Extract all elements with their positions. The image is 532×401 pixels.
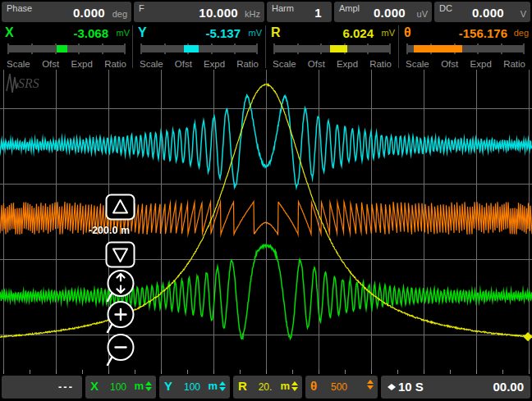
spinner-updown-icon[interactable] <box>367 380 374 390</box>
spinner-updown-icon[interactable] <box>145 381 152 391</box>
scale-r-value: 20. <box>255 381 276 393</box>
harmonic-field[interactable]: Harm 1 <box>267 2 332 22</box>
channel-x-value: -3.068 <box>73 26 108 40</box>
channel-panel-y[interactable]: Y -5.137 mV Scale Ofst Expd Ratio <box>134 25 264 69</box>
channel-r-scale-button[interactable]: Scale <box>273 59 296 69</box>
cursor-readout-box[interactable]: --- <box>2 376 82 399</box>
channel-panel-x[interactable]: X -3.068 mV Scale Ofst Expd Ratio <box>1 25 132 69</box>
channel-y-expd-button[interactable]: Expd <box>204 59 225 69</box>
meter-tick <box>164 43 166 54</box>
channel-theta-scale-button[interactable]: Scale <box>406 59 429 69</box>
scale-x-unit-text: m <box>134 380 144 392</box>
spinner-updown-icon[interactable] <box>219 381 226 391</box>
dc-offset-field[interactable]: DC 0.000 V <box>434 2 530 22</box>
dc-offset-label: DC <box>439 3 452 13</box>
phase-unit: deg <box>112 9 127 19</box>
meter-tick <box>273 43 275 54</box>
zoom-in-icon <box>105 300 137 335</box>
channel-y-scale-button[interactable]: Scale <box>140 59 163 69</box>
scale-y-value: 100 <box>181 381 204 393</box>
frequency-label: F <box>139 3 144 13</box>
phase-field[interactable]: Phase 0.000 deg <box>2 2 131 22</box>
pan-up-icon <box>105 194 135 221</box>
harmonic-label: Harm <box>272 3 294 13</box>
scale-box-theta[interactable]: θ 500 <box>305 376 378 399</box>
channel-r-meter[interactable] <box>273 45 391 52</box>
scale-r-name: R <box>238 379 247 393</box>
channel-x-scale-button[interactable]: Scale <box>7 59 30 69</box>
channel-x-ofst-button[interactable]: Ofst <box>42 59 59 69</box>
channel-theta-ofst-button[interactable]: Ofst <box>441 59 458 69</box>
channel-y-ratio-button[interactable]: Ratio <box>236 59 259 69</box>
timebase-value: 10 S <box>398 380 424 394</box>
meter-tick <box>477 43 479 54</box>
channel-y-meter[interactable] <box>140 45 258 52</box>
channel-r-ofst-button[interactable]: Ofst <box>308 59 325 69</box>
channel-y-menu: Scale Ofst Expd Ratio <box>140 59 259 69</box>
channel-y-ofst-button[interactable]: Ofst <box>175 59 192 69</box>
phase-value: 0.000 <box>73 6 105 20</box>
scale-y-name: Y <box>164 379 172 393</box>
meter-tick <box>55 43 57 54</box>
zoom-out-button[interactable] <box>105 333 137 368</box>
scale-box-x[interactable]: X 100 m <box>85 376 156 399</box>
timebase-label: 10 S <box>388 380 424 394</box>
dc-offset-value: 0.000 <box>472 6 504 20</box>
frequency-field[interactable]: F 10.000 kHz <box>134 2 264 22</box>
srs-logo-text: SRS <box>18 76 39 90</box>
channel-x-ratio-button[interactable]: Ratio <box>104 59 126 69</box>
meter-tick <box>78 43 80 54</box>
timebase-box[interactable]: 10 S 00.00 <box>381 376 530 399</box>
scale-readout: -200.0 m <box>89 225 130 236</box>
channel-theta-ratio-button[interactable]: Ratio <box>503 59 525 69</box>
meter-tick <box>31 43 33 54</box>
zoom-in-button[interactable] <box>105 300 137 335</box>
pan-down-button[interactable] <box>105 241 135 268</box>
channel-x-expd-button[interactable]: Expd <box>71 59 93 69</box>
channel-x-meter[interactable] <box>7 45 126 52</box>
amplitude-field[interactable]: Ampl 0.000 uV <box>334 2 432 22</box>
spinner-updown-icon[interactable] <box>291 381 298 391</box>
channel-r-menu: Scale Ofst Expd Ratio <box>273 59 392 69</box>
scale-y-unit-text: m <box>208 380 218 392</box>
channel-r-value: 6.024 <box>342 26 374 40</box>
scale-theta-unit <box>365 380 374 390</box>
scale-x-unit: m <box>134 380 152 392</box>
channel-theta-meter[interactable] <box>406 45 525 52</box>
scale-box-y[interactable]: Y 100 m <box>159 376 230 399</box>
channel-theta-menu: Scale Ofst Expd Ratio <box>406 59 525 69</box>
meter-tick <box>124 43 126 54</box>
cursor-readout: --- <box>58 380 74 393</box>
channel-x-name: X <box>5 25 14 40</box>
channel-r-meter-indicator <box>330 45 347 52</box>
channel-theta-expd-button[interactable]: Expd <box>470 59 492 69</box>
channel-r-name: R <box>271 25 281 40</box>
scale-x-value: 100 <box>107 381 130 393</box>
channel-panel-r[interactable]: R 6.024 mV Scale Ofst Expd Ratio <box>267 25 397 69</box>
scale-box-r[interactable]: R 20. m <box>233 376 302 399</box>
elapsed-time: 00.00 <box>493 380 524 394</box>
channel-r-ratio-button[interactable]: Ratio <box>369 59 392 69</box>
meter-tick <box>102 43 103 54</box>
channel-y-name: Y <box>138 25 147 40</box>
scale-updown-button[interactable] <box>105 269 137 304</box>
meter-tick <box>211 43 213 54</box>
meter-tick <box>7 43 9 54</box>
channel-r-expd-button[interactable]: Expd <box>337 59 358 69</box>
amplitude-unit: uV <box>417 9 428 19</box>
channel-x-meter-indicator <box>57 45 67 52</box>
scale-updown-icon <box>105 269 137 304</box>
channel-x-unit: mV <box>117 28 131 38</box>
dc-offset-unit: V <box>521 9 526 19</box>
scale-theta-value: 500 <box>327 381 351 393</box>
zoom-out-icon <box>105 333 137 368</box>
channel-y-meter-indicator <box>184 45 200 52</box>
harmonic-value: 1 <box>314 6 322 20</box>
amplitude-value: 0.000 <box>374 6 406 20</box>
strip-chart: SRS -200.0 m <box>0 70 532 374</box>
channel-panel-theta[interactable]: θ -156.176 deg Scale Ofst Expd Ratio <box>400 25 531 69</box>
pan-up-button[interactable] <box>105 194 135 221</box>
scale-theta-name: θ <box>310 379 317 393</box>
h-scroll-icon <box>388 384 396 390</box>
trace-plot[interactable] <box>0 70 532 374</box>
